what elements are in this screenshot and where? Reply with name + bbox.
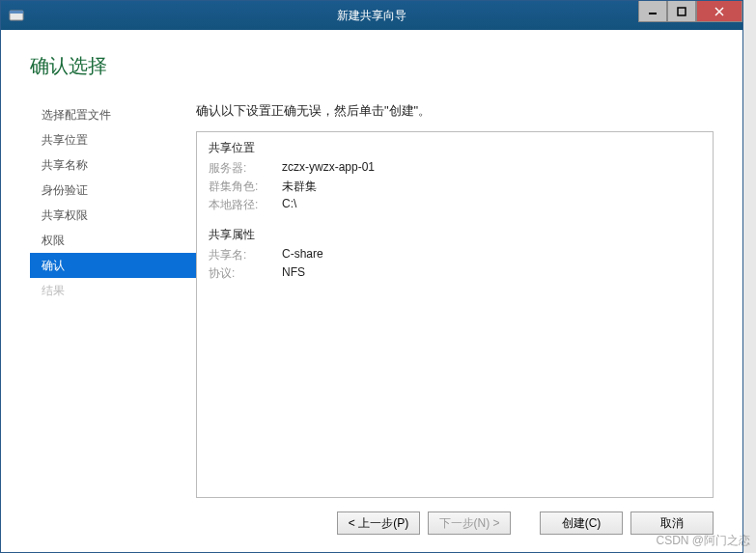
value-local-path: C:\ [282, 197, 296, 213]
main-area: 选择配置文件 共享位置 共享名称 身份验证 共享权限 权限 确认 结果 确认以下… [30, 102, 714, 498]
content-area: 确认选择 选择配置文件 共享位置 共享名称 身份验证 共享权限 权限 确认 结果… [1, 30, 742, 552]
row-server: 服务器: zczx-ywzx-app-01 [209, 160, 701, 177]
next-button: 下一步(N) > [428, 512, 511, 535]
label-protocol: 协议: [209, 265, 282, 282]
app-icon [9, 8, 24, 23]
sidebar-item-share-name[interactable]: 共享名称 [30, 152, 196, 178]
label-share-name: 共享名: [209, 247, 282, 263]
value-cluster-role: 未群集 [282, 179, 317, 195]
minimize-button[interactable] [638, 1, 667, 22]
value-share-name: C-share [282, 247, 323, 263]
background-edge [743, 0, 756, 553]
row-cluster-role: 群集角色: 未群集 [209, 179, 701, 195]
value-server: zczx-ywzx-app-01 [282, 160, 375, 177]
sidebar-item-select-profile[interactable]: 选择配置文件 [30, 102, 196, 127]
titlebar: 新建共享向导 [1, 1, 742, 30]
label-server: 服务器: [209, 160, 282, 177]
row-protocol: 协议: NFS [209, 265, 701, 282]
maximize-button[interactable] [667, 1, 696, 22]
close-button[interactable] [696, 1, 742, 22]
sidebar-item-share-permission[interactable]: 共享权限 [30, 203, 196, 228]
section-title-location: 共享位置 [209, 140, 701, 156]
sidebar-item-auth[interactable]: 身份验证 [30, 178, 196, 203]
label-local-path: 本地路径: [209, 197, 282, 213]
create-button[interactable]: 创建(C) [540, 512, 623, 535]
button-row: < 上一步(P) 下一步(N) > 创建(C) 取消 [30, 498, 714, 540]
svg-rect-1 [10, 11, 23, 14]
row-local-path: 本地路径: C:\ [209, 197, 701, 213]
wizard-window: 新建共享向导 确认选择 选择配置文件 共享位置 共享名称 身份验证 共享权限 权… [0, 0, 743, 553]
section-title-properties: 共享属性 [209, 227, 701, 243]
row-share-name: 共享名: C-share [209, 247, 701, 263]
wizard-steps-sidebar: 选择配置文件 共享位置 共享名称 身份验证 共享权限 权限 确认 结果 [30, 102, 196, 498]
label-cluster-role: 群集角色: [209, 179, 282, 195]
right-pane: 确认以下设置正确无误，然后单击"创建"。 共享位置 服务器: zczx-ywzx… [196, 102, 714, 498]
sidebar-item-confirm[interactable]: 确认 [30, 253, 196, 278]
value-protocol: NFS [282, 265, 305, 282]
page-title: 确认选择 [30, 53, 714, 79]
window-title: 新建共享向导 [337, 8, 406, 24]
previous-button[interactable]: < 上一步(P) [337, 512, 420, 535]
sidebar-item-share-location[interactable]: 共享位置 [30, 127, 196, 152]
instruction-text: 确认以下设置正确无误，然后单击"创建"。 [196, 102, 714, 120]
sidebar-item-permission[interactable]: 权限 [30, 228, 196, 253]
cancel-button[interactable]: 取消 [630, 512, 714, 535]
details-box: 共享位置 服务器: zczx-ywzx-app-01 群集角色: 未群集 本地路… [196, 131, 714, 498]
window-controls [638, 1, 742, 22]
svg-rect-3 [678, 8, 686, 15]
sidebar-item-results: 结果 [30, 278, 196, 303]
